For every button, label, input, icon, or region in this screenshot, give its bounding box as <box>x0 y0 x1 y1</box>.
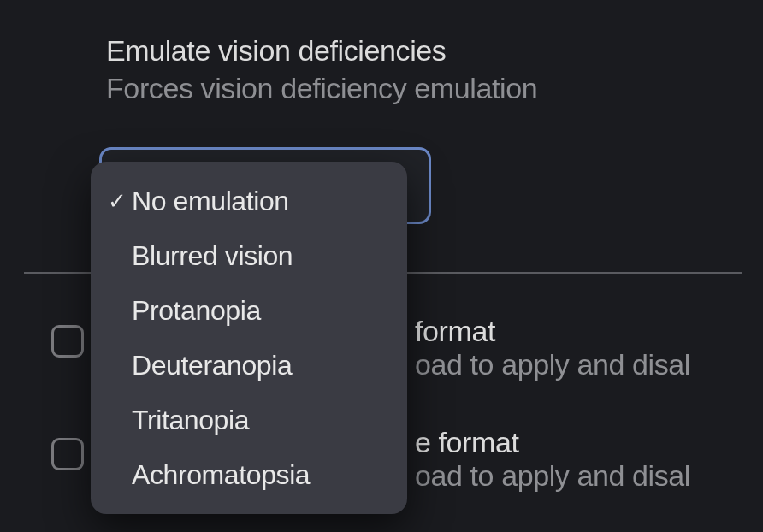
option-blurred-vision[interactable]: ✓ Blurred vision <box>91 228 407 283</box>
option-label: Blurred vision <box>132 240 293 272</box>
section-title: Emulate vision deficiencies <box>106 34 446 68</box>
option-label: Achromatopsia <box>132 459 310 491</box>
checkbox[interactable] <box>51 438 84 470</box>
option-label: No emulation <box>132 186 289 217</box>
option-label: Deuteranopia <box>132 350 292 381</box>
option-protanopia[interactable]: ✓ Protanopia <box>91 283 407 338</box>
option-row-title: format <box>415 315 763 348</box>
option-deuteranopia[interactable]: ✓ Deuteranopia <box>91 338 407 393</box>
section-description: Forces vision deficiency emulation <box>106 72 537 105</box>
option-row-description: oad to apply and disal <box>415 459 763 493</box>
option-label: Protanopia <box>132 295 261 327</box>
option-row-text: e format oad to apply and disal <box>415 426 763 493</box>
option-no-emulation[interactable]: ✓ No emulation <box>91 174 407 228</box>
vision-deficiency-dropdown[interactable]: ✓ No emulation ✓ Blurred vision ✓ Protan… <box>91 162 407 514</box>
option-tritanopia[interactable]: ✓ Tritanopia <box>91 393 407 447</box>
option-row-text: format oad to apply and disal <box>415 315 763 381</box>
settings-panel: Emulate vision deficiencies Forces visio… <box>0 0 763 532</box>
check-icon: ✓ <box>104 188 130 215</box>
option-row-title: e format <box>415 426 763 459</box>
option-row-description: oad to apply and disal <box>415 348 763 381</box>
checkbox[interactable] <box>51 325 84 358</box>
option-label: Tritanopia <box>132 405 249 436</box>
option-achromatopsia[interactable]: ✓ Achromatopsia <box>91 447 407 502</box>
